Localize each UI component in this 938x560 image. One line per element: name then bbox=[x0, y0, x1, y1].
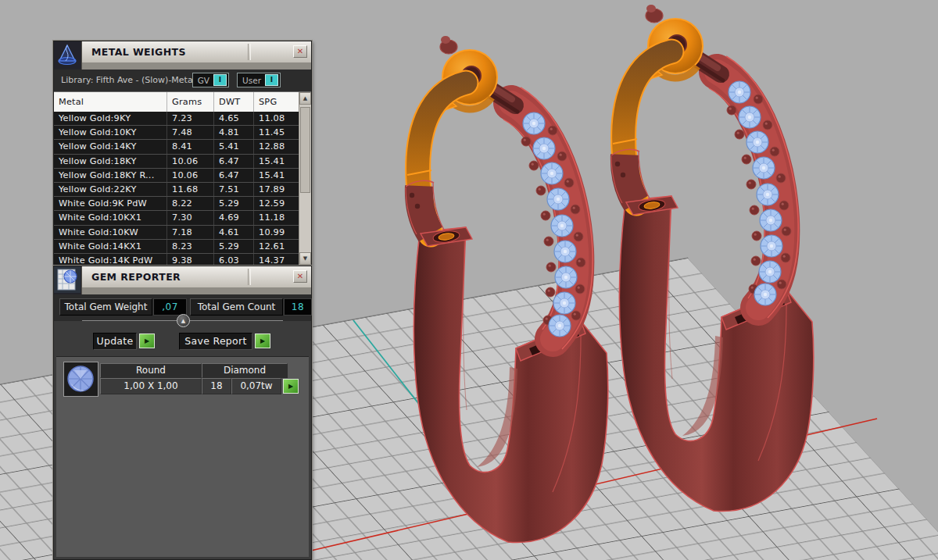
gem-row-go-button[interactable]: ▶ bbox=[283, 379, 299, 394]
table-cell: Yellow Gold:18KY bbox=[54, 155, 167, 168]
total-gem-weight-value[interactable]: ,07 bbox=[153, 298, 187, 316]
close-button[interactable]: ✕ bbox=[293, 45, 307, 58]
table-cell: Yellow Gold:14KY bbox=[54, 140, 167, 153]
table-cell: Yellow Gold:10KY bbox=[54, 126, 167, 139]
total-gem-count-value[interactable]: 18 bbox=[284, 298, 312, 316]
titlebar-divider bbox=[248, 269, 251, 285]
table-cell: White Gold:14K PdW bbox=[54, 254, 167, 265]
gem-reporter-icon bbox=[54, 266, 82, 294]
table-row[interactable]: White Gold:9K PdW8.225.2912.59 bbox=[54, 197, 299, 211]
gem-count: 18 bbox=[202, 378, 231, 394]
gv-toggle[interactable]: GV I bbox=[192, 73, 229, 87]
table-row[interactable]: Yellow Gold:18KY R...10.066.4715.41 bbox=[54, 169, 299, 183]
titlebar-filler bbox=[82, 287, 311, 294]
table-cell: 17.89 bbox=[254, 183, 299, 196]
table-cell: 10.99 bbox=[254, 226, 299, 239]
table-cell: 5.29 bbox=[214, 197, 254, 210]
table-cell: 10.06 bbox=[167, 169, 214, 182]
table-cell: 7.51 bbox=[214, 183, 254, 196]
column-header-metal[interactable]: Metal bbox=[54, 92, 167, 112]
column-header-spg[interactable]: SPG bbox=[254, 92, 299, 112]
table-cell: 8.41 bbox=[167, 140, 214, 153]
table-cell: 4.69 bbox=[214, 211, 254, 224]
table-row[interactable]: White Gold:10KX17.304.6911.18 bbox=[54, 211, 299, 225]
table-cell: White Gold:10KX1 bbox=[54, 211, 167, 224]
gem-thumbnail[interactable] bbox=[63, 362, 98, 397]
table-cell: 8.22 bbox=[167, 197, 214, 210]
table-cell: 14.37 bbox=[254, 254, 299, 265]
table-cell: Yellow Gold:18KY R... bbox=[54, 169, 167, 182]
metal-table-body: Yellow Gold:9KY7.234.6511.08Yellow Gold:… bbox=[54, 112, 299, 265]
gem-size: 1,00 X 1,00 bbox=[100, 378, 202, 394]
table-cell: 11.45 bbox=[254, 126, 299, 139]
table-cell: 7.30 bbox=[167, 211, 214, 224]
jewelry-cad-app: { "metal_weights": { "title": "METAL WEI… bbox=[0, 0, 938, 560]
column-header-dwt[interactable]: DWT bbox=[214, 92, 254, 112]
table-cell: 7.18 bbox=[167, 226, 214, 239]
table-cell: Yellow Gold:22KY bbox=[54, 183, 167, 196]
scroll-up-button[interactable]: ▲ bbox=[299, 92, 311, 105]
table-cell: White Gold:14KX1 bbox=[54, 240, 167, 253]
table-cell: 6.03 bbox=[214, 254, 254, 265]
total-gem-weight-label: Total Gem Weight bbox=[59, 298, 152, 316]
table-cell: 11.08 bbox=[254, 112, 299, 125]
table-cell: 7.23 bbox=[167, 112, 214, 125]
gv-indicator[interactable]: I bbox=[213, 74, 227, 86]
panel-title: METAL WEIGHTS bbox=[91, 46, 186, 58]
table-scrollbar[interactable]: ▲ ▼ bbox=[299, 92, 311, 265]
metal-table-header[interactable]: Metal Grams DWT SPG bbox=[54, 92, 299, 112]
scroll-down-button[interactable]: ▼ bbox=[299, 252, 311, 265]
update-go-button[interactable]: ▶ bbox=[139, 334, 155, 348]
close-button[interactable]: ✕ bbox=[293, 270, 307, 283]
panel-title: GEM REPORTER bbox=[91, 271, 181, 283]
table-cell: 12.88 bbox=[254, 140, 299, 153]
column-header-grams[interactable]: Grams bbox=[167, 92, 214, 112]
table-cell: White Gold:10KW bbox=[54, 226, 167, 239]
gem-reporter-panel: GEM REPORTER ✕ Total Gem Weight ,07 Tota… bbox=[53, 266, 312, 560]
library-label: Library: Fifth Ave - (Slow)-Metal bbox=[61, 75, 195, 85]
table-cell: 15.41 bbox=[254, 169, 299, 182]
table-row[interactable]: Yellow Gold:14KY8.415.4112.88 bbox=[54, 140, 299, 154]
save-report-button[interactable]: Save Report bbox=[179, 333, 252, 350]
table-cell: 10.06 bbox=[167, 155, 214, 168]
total-gem-count-label: Total Gem Count bbox=[190, 298, 283, 316]
table-row[interactable]: White Gold:14K PdW9.386.0314.37 bbox=[54, 254, 299, 265]
table-cell: 8.23 bbox=[167, 240, 214, 253]
user-toggle[interactable]: User I bbox=[237, 73, 281, 87]
table-cell: 4.81 bbox=[214, 126, 254, 139]
table-cell: 4.65 bbox=[214, 112, 254, 125]
table-row[interactable]: White Gold:14KX18.235.2912.61 bbox=[54, 240, 299, 254]
collapse-knob[interactable]: ▲ bbox=[177, 314, 190, 327]
scrollbar-thumb[interactable] bbox=[300, 107, 310, 193]
table-cell: 15.41 bbox=[254, 155, 299, 168]
save-report-go-button[interactable]: ▶ bbox=[255, 334, 270, 348]
metal-weights-titlebar[interactable]: METAL WEIGHTS ✕ bbox=[54, 41, 311, 70]
user-indicator[interactable]: I bbox=[265, 74, 278, 86]
gem-reporter-titlebar[interactable]: GEM REPORTER ✕ bbox=[54, 266, 311, 294]
table-row[interactable]: Yellow Gold:9KY7.234.6511.08 bbox=[54, 112, 299, 126]
table-cell: Yellow Gold:9KY bbox=[54, 112, 167, 125]
table-cell: 12.59 bbox=[254, 197, 299, 210]
table-cell: 6.47 bbox=[214, 155, 254, 168]
table-cell: 5.29 bbox=[214, 240, 254, 253]
titlebar-divider bbox=[248, 44, 251, 60]
table-cell: 9.38 bbox=[167, 254, 214, 265]
gem-total-weight: 0,07tw bbox=[231, 378, 281, 394]
library-row: Library: Fifth Ave - (Slow)-Metal GV I U… bbox=[54, 70, 311, 92]
table-row[interactable]: Yellow Gold:10KY7.484.8111.45 bbox=[54, 126, 299, 140]
metal-table: Metal Grams DWT SPG Yellow Gold:9KY7.234… bbox=[54, 91, 311, 265]
table-row[interactable]: White Gold:10KW7.184.6110.99 bbox=[54, 226, 299, 240]
gem-shape: Round bbox=[100, 363, 202, 378]
metal-weights-panel: METAL WEIGHTS ✕ Library: Fifth Ave - (Sl… bbox=[53, 41, 312, 266]
table-cell: 12.61 bbox=[254, 240, 299, 253]
table-cell: 5.41 bbox=[214, 140, 254, 153]
table-row[interactable]: Yellow Gold:22KY11.687.5117.89 bbox=[54, 183, 299, 197]
update-button[interactable]: Update bbox=[93, 333, 137, 350]
table-row[interactable]: Yellow Gold:18KY10.066.4715.41 bbox=[54, 155, 299, 169]
titlebar-filler bbox=[82, 62, 311, 70]
metal-weights-icon bbox=[54, 41, 82, 70]
gem-type: Diamond bbox=[202, 363, 288, 378]
table-cell: 7.48 bbox=[167, 126, 214, 139]
table-cell: 4.61 bbox=[214, 226, 254, 239]
gem-list-area: Round Diamond 1,00 X 1,00 18 0,07tw ▶ bbox=[56, 356, 309, 557]
